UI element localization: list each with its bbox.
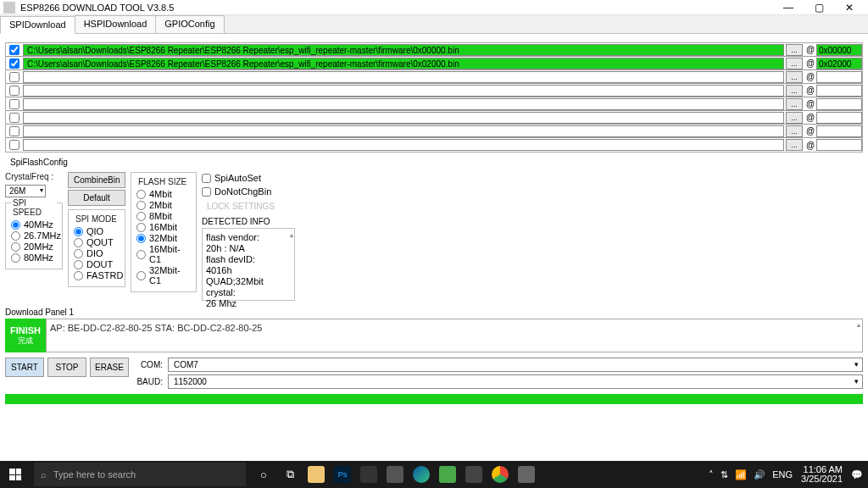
close-button[interactable]: ✕ [834,0,865,15]
minimize-button[interactable]: — [773,0,804,15]
file-path-input[interactable] [23,98,784,110]
spi-auto-set-check[interactable]: SpiAutoSet [202,173,303,183]
file-path-input[interactable]: C:\Users\alsan\Downloads\ESP8266 Repeate… [23,58,784,69]
file-row-checkbox[interactable] [9,86,19,96]
radio-40mhz[interactable]: 40MHz [11,219,57,230]
config-row: CrystalFreq : 26M SPI SPEED 40MHz26.7MHz… [5,172,863,301]
start-button[interactable]: START [5,358,44,377]
crystal-select[interactable]: 26M [5,185,46,197]
network-icon[interactable]: ⇅ [721,469,728,480]
radio-4mbit[interactable]: 4Mbit [136,189,191,199]
radio-267mhz[interactable]: 26.7MHz [11,230,57,241]
com-label: COM: [132,360,163,369]
file-row-checkbox[interactable] [9,99,19,109]
app-icon-3[interactable] [461,462,487,487]
radio-16mbit[interactable]: 16Mbit [136,222,191,232]
radio-8mbit[interactable]: 8Mbit [136,211,191,221]
default-button[interactable]: Default [68,190,125,206]
radio-80mhz[interactable]: 80MHz [11,252,57,263]
browse-button[interactable]: ... [786,58,803,69]
start-menu-button[interactable] [0,461,31,488]
baud-select[interactable]: 1152000 [168,374,863,389]
erase-button[interactable]: ERASE [90,358,129,377]
file-row-checkbox[interactable] [9,72,19,82]
file-row-checkbox[interactable] [9,113,19,123]
camtasia-icon[interactable] [435,462,460,487]
search-placeholder: Type here to search [53,469,136,480]
baud-label: BAUD: [132,377,163,386]
tab-spidownload[interactable]: SPIDownload [0,16,75,34]
radio-2mbit[interactable]: 2Mbit [136,200,191,210]
at-symbol: @ [804,141,816,150]
browse-button[interactable]: ... [786,139,803,151]
address-input[interactable] [816,139,862,151]
browse-button[interactable]: ... [786,71,803,83]
file-path-input[interactable] [23,139,784,151]
browse-button[interactable]: ... [786,112,803,124]
radio-20mhz[interactable]: 20MHz [11,241,57,252]
address-input[interactable] [816,85,862,97]
file-row-checkbox[interactable] [9,140,19,150]
notifications-icon[interactable]: 💬 [851,469,863,480]
app-icon-1[interactable] [356,462,381,487]
file-explorer-icon[interactable] [303,462,329,487]
control-row: START STOP ERASE COM: COM7 BAUD: 1152000 [5,358,863,389]
file-path-input[interactable] [23,71,784,83]
radio-32mbitc1[interactable]: 32Mbit-C1 [136,265,191,286]
at-symbol: @ [804,113,816,122]
maximize-button[interactable]: ▢ [804,0,834,15]
radio-qout[interactable]: QOUT [74,237,120,247]
progress-bar [5,394,863,404]
tray-chevron-icon[interactable]: ˄ [709,469,714,480]
stop-button[interactable]: STOP [47,358,86,377]
radio-qio[interactable]: QIO [74,226,120,236]
file-path-input[interactable] [23,125,784,137]
language-indicator[interactable]: ENG [772,469,793,480]
file-row: ... @ [6,111,862,125]
photoshop-icon[interactable]: Ps [330,462,355,487]
taskbar-search[interactable]: ⌕ Type here to search [34,463,246,486]
combine-bin-button[interactable]: CombineBin [68,172,125,188]
task-view-icon[interactable]: ⧉ [277,462,303,487]
com-select[interactable]: COM7 [168,358,863,372]
address-input[interactable]: 0x02000 [816,58,862,69]
file-path-input[interactable] [23,85,784,97]
wifi-icon[interactable]: 📶 [735,469,747,480]
cortana-icon[interactable]: ○ [251,462,276,487]
clock[interactable]: 11:06 AM 3/25/2021 [801,465,843,484]
file-row-checkbox[interactable] [9,126,19,136]
browse-button[interactable]: ... [786,44,803,56]
radio-dout[interactable]: DOUT [74,259,120,269]
address-input[interactable] [816,98,862,110]
app-icon-2[interactable] [382,462,408,487]
tab-gpioconfig[interactable]: GPIOConfig [155,15,224,33]
radio-dio[interactable]: DIO [74,248,120,258]
file-path-input[interactable]: C:\Users\alsan\Downloads\ESP8266 Repeate… [23,44,784,56]
at-symbol: @ [804,72,816,81]
address-input[interactable] [816,125,862,137]
file-row-checkbox[interactable] [9,58,19,69]
detected-info-title: DETECTED INFO [202,217,303,226]
radio-16mbitc1[interactable]: 16Mbit-C1 [136,244,191,264]
scroll-up-icon[interactable]: ▴ [857,321,860,329]
file-row-checkbox[interactable] [9,45,19,55]
scroll-up-icon[interactable]: ▴ [290,230,293,241]
app-icon-4[interactable] [514,462,539,487]
edge-icon[interactable] [409,462,434,487]
radio-32mbit[interactable]: 32Mbit [136,233,191,243]
address-input[interactable]: 0x00000 [816,44,862,56]
radio-fastrd[interactable]: FASTRD [74,270,120,280]
browse-button[interactable]: ... [786,125,803,137]
crystal-label: CrystalFreq : [5,172,63,181]
main-panel: C:\Users\alsan\Downloads\ESP8266 Repeate… [0,34,868,304]
do-not-chg-bin-check[interactable]: DoNotChgBin [202,186,303,197]
address-input[interactable] [816,112,862,124]
tab-hspidownload[interactable]: HSPIDownload [75,15,157,33]
browse-button[interactable]: ... [786,98,803,110]
spi-mode-title: SPI MODE [74,214,119,224]
volume-icon[interactable]: 🔊 [754,469,765,480]
file-path-input[interactable] [23,112,784,124]
chrome-icon[interactable] [487,462,513,487]
address-input[interactable] [816,71,862,83]
browse-button[interactable]: ... [786,85,803,97]
